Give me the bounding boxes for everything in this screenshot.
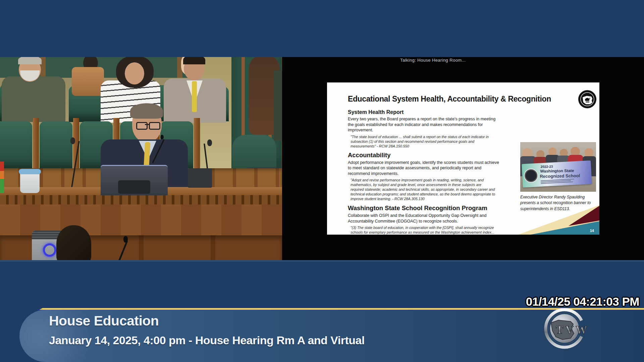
microphone-head	[70, 137, 75, 144]
glasses-bridge	[145, 124, 150, 125]
air-purifier-ring	[43, 243, 56, 257]
timer-light-strip	[0, 162, 4, 193]
yellow-tie	[192, 81, 197, 112]
desk-molding	[0, 195, 282, 204]
laptop-hinge	[118, 180, 150, 194]
tvw-logo: TVW	[538, 307, 595, 357]
divider-line	[0, 260, 644, 262]
speaker-microphone-tip	[160, 135, 164, 139]
photo-banner-year: 2022-23	[541, 165, 553, 169]
audience-member-beard	[2, 76, 65, 122]
audience-member-suit-hair	[183, 57, 205, 64]
audience-member-striped-face	[125, 62, 144, 84]
photo-recognition-banner: 2022-23 Washington State Recognized Scho…	[522, 161, 592, 188]
speaker-glasses	[136, 122, 148, 130]
photo-person	[548, 147, 556, 156]
presentation-video-feed: Talking: House Hearing Room... Education…	[282, 57, 644, 260]
section-heading: Accountability	[348, 152, 511, 159]
wood-post	[33, 118, 39, 169]
committee-title: House Education	[49, 313, 159, 329]
microphone-head	[207, 139, 212, 146]
slide-text-column: System Health Report Every two years, th…	[348, 109, 511, 235]
empty-chair	[0, 121, 32, 170]
photo-banner-line3: Recognized School	[540, 173, 580, 179]
section-quote: "The state board of education ... shall …	[351, 134, 495, 148]
recognition-photo: 2022-23 Washington State Recognized Scho…	[520, 142, 596, 192]
photo-banner-line2: Washington State	[540, 168, 574, 174]
section-body: Every two years, the Board prepares a re…	[348, 116, 499, 133]
timestamp: 01/14/25 04:21:03 PM	[526, 295, 639, 308]
broadcast-frame: Talking: House Hearing Room... Education…	[0, 0, 644, 362]
foreground-microphone-head	[123, 236, 128, 243]
photo-person	[585, 148, 593, 157]
tan-bag	[72, 67, 104, 96]
wood-post	[194, 118, 200, 169]
speaker-glasses	[149, 122, 160, 130]
monitor-back	[188, 168, 212, 188]
slide-corner-decoration	[512, 201, 599, 235]
audience-partial-right	[274, 70, 282, 141]
presentation-slide: Educational System Health, Accountabilit…	[327, 82, 599, 235]
tvw-logo-text: TVW	[556, 323, 589, 336]
hearing-date-location: January 14, 2025, 4:00 pm - House Hearin…	[49, 334, 365, 347]
hearing-room-video-feed	[0, 57, 282, 260]
speaker-hair	[130, 103, 163, 119]
hair-gray	[18, 57, 42, 64]
section-heading: System Health Report	[348, 109, 511, 115]
section-quote: "(3) The state board of education, in co…	[351, 225, 495, 235]
slide-title: Educational System Health, Accountabilit…	[348, 95, 551, 104]
state-board-of-education-seal-icon	[578, 90, 597, 109]
section-body: Adopt performance improvement goals, ide…	[348, 160, 499, 177]
section-quote: "Adopt and revise performance improvemen…	[351, 178, 495, 201]
section-heading: Washington State School Recognition Prog…	[348, 204, 511, 212]
photo-banner-seal-icon	[524, 168, 538, 183]
empty-chair	[40, 121, 72, 170]
foreground-head	[56, 225, 91, 260]
slide-page-number: 14	[590, 229, 594, 233]
water-pitcher-lid	[19, 169, 41, 174]
section-body: Collaborate with OSPI and the Educationa…	[348, 213, 499, 224]
talking-indicator: Talking: House Hearing Room...	[400, 58, 466, 63]
